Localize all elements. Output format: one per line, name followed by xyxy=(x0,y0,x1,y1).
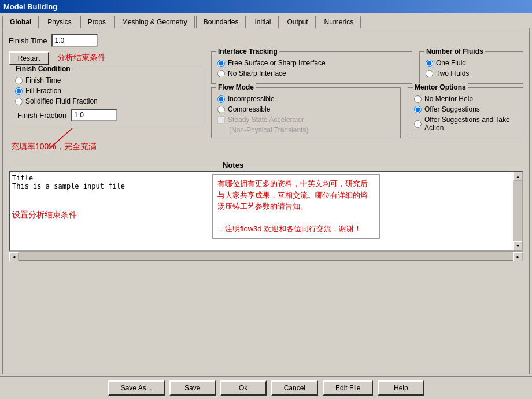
two-fluids-option: Two Fluids xyxy=(426,69,517,77)
free-surface-radio[interactable] xyxy=(217,60,225,67)
mentor-options-title: Mentor Options xyxy=(413,83,468,91)
steady-state-row: Steady State Accelerator xyxy=(217,116,394,124)
flow-mode-title: Flow Mode xyxy=(216,83,256,91)
interface-tracking-title: Interface Tracking xyxy=(216,47,279,56)
offer-take-action-label: Offer Suggestions and Take Action xyxy=(424,116,517,132)
finish-fraction-row: Finish Fraction xyxy=(17,109,199,121)
no-sharp-radio[interactable] xyxy=(217,70,225,77)
offer-suggestions-radio[interactable] xyxy=(414,106,422,113)
help-button[interactable]: Help xyxy=(378,380,424,396)
ok-button[interactable]: Ok xyxy=(220,380,267,396)
steady-state-checkbox[interactable] xyxy=(217,116,225,124)
notes-area: Title This is a sample input file 设置分析结束… xyxy=(9,171,523,252)
one-fluid-radio[interactable] xyxy=(426,60,433,67)
tab-content: Finish Time Restart 分析结束条件 xyxy=(2,28,530,374)
notes-label: Notes xyxy=(223,161,243,169)
right-bottom-row: Flow Mode Incompressible Compressible St… xyxy=(211,87,523,138)
tab-output[interactable]: Output xyxy=(280,16,316,28)
overlay-text1: 有哪位拥有更多的资料，中英文均可，研究后与大家共享成果，互相交流。哪位有详细的熔… xyxy=(217,179,368,210)
finish-time-label: Finish Time xyxy=(9,36,47,45)
offer-suggestions-label: Offer Suggestions xyxy=(424,105,480,113)
notes-section: Notes Title This is a sample input file … xyxy=(9,161,523,261)
overlay-text2: ，注明flow3d,欢迎和各位同行交流，谢谢！ xyxy=(217,224,361,233)
bottom-bar: Save As... Save Ok Cancel Edit File Help xyxy=(0,376,532,399)
no-mentor-label: No Mentor Help xyxy=(424,95,473,103)
mentor-options-group: Mentor Options No Mentor Help Offer Sugg… xyxy=(408,87,523,138)
number-of-fluids-group: Number of Fluids One Fluid Two Fluids xyxy=(419,51,523,84)
tab-meshing-geometry[interactable]: Meshing & Geometry xyxy=(114,16,195,28)
finish-condition-title: Finish Condition xyxy=(14,65,72,73)
left-panel: Restart 分析结束条件 Finish Condition xyxy=(9,51,205,157)
solidified-fluid-radio[interactable] xyxy=(15,98,23,105)
fill-fraction-radio-label: Fill Fraction xyxy=(25,87,61,95)
tab-numerics[interactable]: Numerics xyxy=(317,16,361,28)
scrollbar-left-button[interactable]: ◄ xyxy=(9,252,19,261)
incompressible-label: Incompressible xyxy=(228,95,275,103)
main-window: Global Physics Props Meshing & Geometry … xyxy=(0,13,532,399)
offer-suggestions-option: Offer Suggestions xyxy=(414,105,517,113)
compressible-label: Compressible xyxy=(228,105,270,113)
annotation-fill-rate: 充填率100%，完全充满 xyxy=(11,142,97,152)
main-content-row: Restart 分析结束条件 Finish Condition xyxy=(9,51,523,157)
tab-physics[interactable]: Physics xyxy=(40,16,79,28)
horizontal-scrollbar: ◄ ► xyxy=(9,252,523,261)
incompressible-option: Incompressible xyxy=(217,95,394,103)
title-bar: Model Building xyxy=(0,0,532,13)
finish-fraction-label: Finish Fraction xyxy=(17,111,66,120)
fill-fraction-radio[interactable] xyxy=(15,87,23,95)
tab-bar: Global Physics Props Meshing & Geometry … xyxy=(0,13,532,28)
finish-time-radio[interactable] xyxy=(15,77,23,84)
tab-global[interactable]: Global xyxy=(2,16,39,28)
solidified-fluid-radio-label: Solidified Fluid Fraction xyxy=(25,97,98,105)
flow-mode-group: Flow Mode Incompressible Compressible St… xyxy=(211,87,401,138)
interface-tracking-group: Interface Tracking Free Surface or Sharp… xyxy=(211,51,412,84)
number-of-fluids-title: Number of Fluids xyxy=(424,47,485,56)
finish-time-option: Finish Time xyxy=(15,76,199,84)
two-fluids-label: Two Fluids xyxy=(436,69,469,77)
solidified-fluid-option: Solidified Fluid Fraction xyxy=(15,97,199,105)
free-surface-label: Free Surface or Sharp Interface xyxy=(228,59,326,67)
scrollbar-track[interactable] xyxy=(513,181,522,241)
no-mentor-radio[interactable] xyxy=(414,95,422,103)
two-fluids-radio[interactable] xyxy=(426,70,433,77)
compressible-option: Compressible xyxy=(217,105,394,113)
save-button[interactable]: Save xyxy=(169,380,216,396)
annotation-area: 充填率100%，完全充满 xyxy=(9,125,205,157)
tab-props[interactable]: Props xyxy=(80,16,113,28)
tab-initial[interactable]: Initial xyxy=(247,16,278,28)
right-panels: Interface Tracking Free Surface or Sharp… xyxy=(211,51,523,157)
finish-time-input[interactable] xyxy=(51,34,98,47)
offer-take-action-option: Offer Suggestions and Take Action xyxy=(414,116,517,132)
notes-scrollbar: ▲ ▼ xyxy=(513,172,522,250)
free-surface-option: Free Surface or Sharp Interface xyxy=(217,59,406,67)
right-top-row: Interface Tracking Free Surface or Sharp… xyxy=(211,51,523,84)
fill-fraction-option: Fill Fraction xyxy=(15,87,199,95)
scrollbar-down-button[interactable]: ▼ xyxy=(513,241,523,250)
finish-condition-group: Finish Condition Finish Time Fill Fracti… xyxy=(9,69,205,125)
steady-state-label: Steady State Accelerator xyxy=(228,116,304,124)
overlay-annotation-box: 有哪位拥有更多的资料，中英文均可，研究后与大家共享成果，互相交流。哪位有详细的熔… xyxy=(212,174,380,239)
one-fluid-label: One Fluid xyxy=(436,59,466,67)
offer-take-action-radio[interactable] xyxy=(414,120,422,128)
save-as-button[interactable]: Save As... xyxy=(108,380,165,396)
one-fluid-option: One Fluid xyxy=(426,59,517,67)
scrollbar-right-button[interactable]: ► xyxy=(513,252,523,261)
incompressible-radio[interactable] xyxy=(217,95,225,103)
non-physical-label: (Non-Physical Transients) xyxy=(229,126,394,134)
finish-time-row: Finish Time xyxy=(9,34,523,47)
finish-fraction-input[interactable] xyxy=(71,109,117,121)
title-text: Model Building xyxy=(3,2,57,11)
horizontal-track[interactable] xyxy=(19,252,513,260)
compressible-radio[interactable] xyxy=(217,106,225,113)
finish-time-radio-label: Finish Time xyxy=(25,76,61,84)
no-sharp-option: No Sharp Interface xyxy=(217,69,406,77)
edit-file-button[interactable]: Edit File xyxy=(323,380,373,396)
scrollbar-up-button[interactable]: ▲ xyxy=(513,172,523,181)
no-mentor-option: No Mentor Help xyxy=(414,95,517,103)
tab-boundaries[interactable]: Boundaries xyxy=(196,16,246,28)
cancel-button[interactable]: Cancel xyxy=(271,380,318,396)
no-sharp-label: No Sharp Interface xyxy=(228,69,286,77)
